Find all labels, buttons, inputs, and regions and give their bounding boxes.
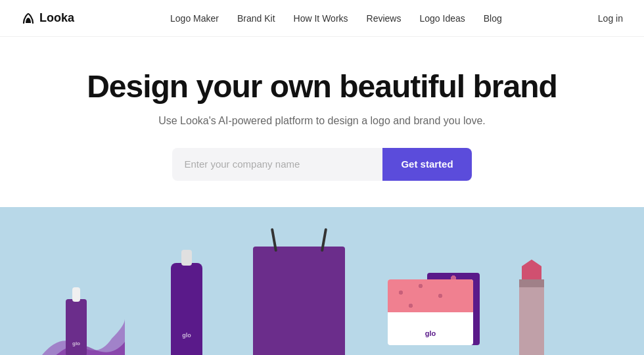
shopping-bag bbox=[253, 247, 345, 355]
nav-logo-ideas[interactable]: Logo Ideas bbox=[419, 13, 465, 24]
product-showcase: glo bbox=[0, 207, 644, 355]
login-link[interactable]: Log in bbox=[598, 13, 623, 24]
envelope-item: glo bbox=[388, 279, 473, 345]
hero-title: Design your own beautiful brand bbox=[13, 70, 631, 105]
spray-bottle-item bbox=[171, 263, 202, 355]
bag-handle-right bbox=[321, 228, 327, 252]
lipstick bbox=[519, 279, 544, 355]
hero-section: Design your own beautiful brand Use Look… bbox=[0, 37, 644, 207]
bag-handle-left bbox=[271, 228, 277, 252]
company-name-input[interactable] bbox=[172, 148, 382, 181]
nav-blog[interactable]: Blog bbox=[484, 13, 502, 24]
hero-form: Get started bbox=[13, 148, 631, 181]
lipstick-item bbox=[519, 279, 544, 355]
brand-logo[interactable]: Looka bbox=[21, 11, 74, 26]
tall-bottle bbox=[171, 263, 202, 355]
nav-logo-maker[interactable]: Logo Maker bbox=[170, 13, 219, 24]
nav-brand-kit[interactable]: Brand Kit bbox=[237, 13, 275, 24]
nail-polish-item bbox=[66, 299, 87, 355]
nail-bottle bbox=[66, 299, 87, 355]
nav-reviews[interactable]: Reviews bbox=[367, 13, 402, 24]
nav-links: Logo Maker Brand Kit How It Works Review… bbox=[170, 12, 502, 24]
lipstick-band bbox=[519, 279, 544, 287]
envelope-flap bbox=[388, 279, 473, 312]
brand-name: Looka bbox=[39, 11, 74, 25]
brand-items: glo bbox=[0, 207, 644, 355]
get-started-button[interactable]: Get started bbox=[382, 148, 471, 181]
shopping-bag-item bbox=[253, 247, 345, 355]
lipstick-top bbox=[522, 260, 541, 282]
envelope: glo bbox=[388, 279, 473, 345]
hero-subtitle: Use Looka's AI-powered platform to desig… bbox=[13, 115, 631, 127]
nav-how-it-works[interactable]: How It Works bbox=[294, 13, 348, 24]
looka-logo-icon bbox=[21, 11, 35, 26]
main-nav: Looka Logo Maker Brand Kit How It Works … bbox=[0, 0, 644, 37]
glo-label: glo bbox=[425, 329, 436, 337]
